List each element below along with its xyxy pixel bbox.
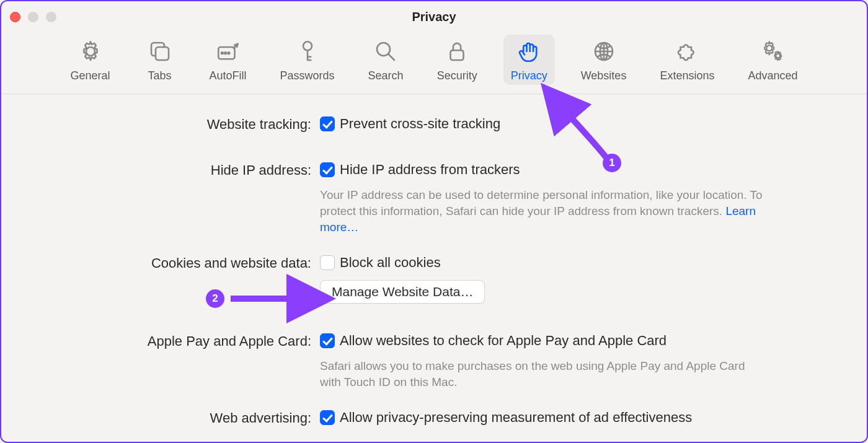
checkbox-block-all-cookies[interactable]	[320, 255, 335, 270]
tab-privacy[interactable]: Privacy	[503, 35, 555, 85]
annotation-badge-1: 1	[603, 154, 621, 172]
manage-website-data-button[interactable]: Manage Website Data…	[320, 280, 485, 304]
hide-ip-description: Your IP address can be used to determine…	[320, 187, 766, 235]
label-cookies: Cookies and website data:	[51, 254, 311, 271]
label-website-tracking: Website tracking:	[51, 115, 311, 133]
tab-label: Tabs	[148, 69, 172, 82]
svg-rect-2	[156, 47, 169, 60]
privacy-pane: Website tracking: Prevent cross-site tra…	[1, 94, 867, 426]
tab-extensions[interactable]: Extensions	[652, 35, 722, 85]
titlebar: Privacy	[1, 1, 867, 32]
search-icon	[372, 38, 399, 67]
checkbox-apple-pay[interactable]	[320, 333, 335, 348]
gears-icon	[759, 38, 786, 67]
window-title: Privacy	[1, 10, 867, 24]
tab-autofill[interactable]: AutoFill	[202, 35, 254, 85]
annotation-badge-2: 2	[206, 289, 224, 308]
checkbox-label: Block all cookies	[340, 254, 441, 271]
label-hide-ip: Hide IP address:	[51, 161, 311, 178]
label-apple-pay: Apple Pay and Apple Card:	[51, 332, 311, 349]
checkbox-label: Allow privacy-preserving measurement of …	[340, 409, 692, 426]
checkbox-label: Allow websites to check for Apple Pay an…	[340, 332, 666, 349]
autofill-icon	[215, 38, 242, 67]
globe-icon	[590, 38, 618, 67]
label-web-advertising: Web advertising:	[51, 409, 311, 426]
traffic-lights	[10, 12, 56, 22]
svg-point-6	[228, 52, 229, 54]
lock-icon	[443, 38, 471, 67]
preferences-toolbar: General Tabs AutoFill Passwords	[1, 32, 867, 94]
tab-label: Security	[437, 69, 477, 82]
checkbox-prevent-cross-site-tracking[interactable]	[320, 116, 335, 131]
hand-icon	[515, 38, 542, 67]
tab-advanced[interactable]: Advanced	[740, 35, 805, 85]
checkbox-hide-ip-address[interactable]	[320, 162, 335, 177]
checkbox-web-advertising[interactable]	[320, 410, 335, 425]
window-minimize-button[interactable]	[28, 12, 38, 22]
gear-icon	[77, 38, 104, 67]
apple-pay-description: Safari allows you to make purchases on t…	[320, 358, 766, 390]
tab-tabs[interactable]: Tabs	[136, 35, 184, 85]
tab-search[interactable]: Search	[361, 35, 411, 85]
tab-label: Privacy	[511, 69, 547, 82]
svg-rect-9	[451, 50, 464, 60]
tab-label: Advanced	[748, 69, 797, 82]
tabs-icon	[146, 38, 174, 67]
tab-passwords[interactable]: Passwords	[273, 35, 342, 85]
checkbox-label: Prevent cross-site tracking	[340, 115, 500, 133]
svg-point-5	[224, 52, 226, 54]
tab-label: Websites	[581, 69, 627, 82]
tab-websites[interactable]: Websites	[574, 35, 634, 85]
tab-label: Passwords	[280, 69, 335, 82]
tab-label: General	[70, 69, 110, 82]
tab-security[interactable]: Security	[430, 35, 485, 85]
tab-label: AutoFill	[210, 69, 247, 82]
checkbox-label: Hide IP address from trackers	[340, 161, 520, 178]
tab-label: Extensions	[660, 69, 714, 82]
window-close-button[interactable]	[10, 12, 20, 22]
svg-point-7	[303, 42, 312, 50]
tab-general[interactable]: General	[63, 35, 117, 85]
tab-label: Search	[368, 69, 404, 82]
svg-point-12	[767, 45, 773, 51]
key-icon	[294, 38, 321, 67]
puzzle-icon	[673, 38, 701, 67]
window-zoom-button[interactable]	[46, 12, 56, 22]
svg-point-4	[221, 52, 223, 54]
